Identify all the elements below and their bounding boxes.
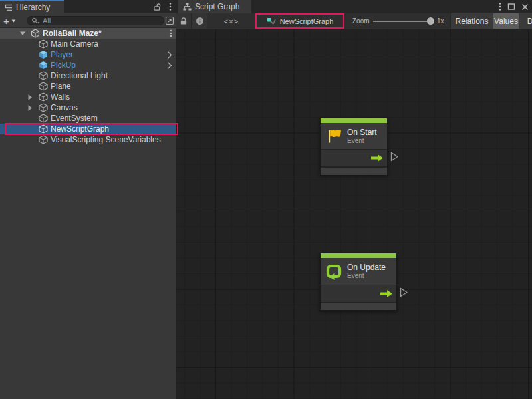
- script-graph-tab-bar: Script Graph: [176, 0, 532, 13]
- gameobject-cube-icon: [39, 71, 48, 80]
- output-port-triangle[interactable]: [390, 152, 399, 162]
- node-title: On Start: [347, 128, 377, 137]
- chevron-right-icon[interactable]: [168, 51, 172, 59]
- tree-item-visualscripting-scenevariables[interactable]: VisualScripting SceneVariables: [0, 134, 176, 145]
- hierarchy-icon: [4, 4, 13, 11]
- tab-script-graph-label: Script Graph: [195, 2, 239, 11]
- zoom-level: 1x: [437, 13, 444, 29]
- graph-name-label: NewScriptGraph: [280, 17, 334, 25]
- tree-item-canvas[interactable]: Canvas: [0, 102, 176, 113]
- code-brackets-icon[interactable]: <×>: [217, 13, 245, 29]
- graph-info-button[interactable]: [192, 13, 207, 29]
- values-toggle[interactable]: Values: [493, 13, 519, 29]
- zoom-slider-handle[interactable]: [427, 17, 434, 25]
- graph-canvas[interactable]: On Start Event: [176, 29, 532, 399]
- node-color-bar: [321, 253, 396, 258]
- node-on-update[interactable]: On Update Event: [320, 253, 397, 311]
- tree-item-eventsystem[interactable]: EventSystem: [0, 113, 176, 124]
- gameobject-cube-icon: [39, 135, 48, 144]
- node-on-start[interactable]: On Start Event: [320, 118, 388, 175]
- relations-toggle[interactable]: Relations: [450, 13, 493, 29]
- hierarchy-tree: Main Camera Player PickUp: [0, 39, 176, 145]
- unlock-icon[interactable]: [153, 3, 162, 11]
- kebab-menu-icon[interactable]: [170, 29, 172, 37]
- node-port-row: [321, 149, 387, 166]
- plus-icon: +: [3, 15, 9, 27]
- tree-item-main-camera[interactable]: Main Camera: [0, 39, 176, 49]
- search-input[interactable]: All: [27, 16, 164, 25]
- prefab-cube-icon: [39, 61, 48, 70]
- node-header: On Update Event: [321, 258, 396, 285]
- hierarchy-toolbar: + All: [0, 13, 176, 28]
- node-port-row: [321, 285, 396, 302]
- foldout-collapsed-icon[interactable]: [27, 104, 36, 112]
- flow-output-arrow-icon[interactable]: [371, 154, 383, 162]
- close-icon[interactable]: [521, 3, 529, 11]
- graph-lock-button[interactable]: [176, 13, 192, 29]
- maximize-icon[interactable]: [507, 3, 515, 11]
- gameobject-cube-icon: [39, 82, 48, 91]
- output-port-triangle[interactable]: [400, 287, 408, 297]
- kebab-menu-icon[interactable]: [499, 2, 501, 11]
- hierarchy-panel: Hierarchy +: [0, 0, 176, 399]
- loop-icon: [325, 263, 342, 280]
- zoom-label: Zoom: [352, 13, 370, 29]
- node-title: On Update: [347, 263, 386, 272]
- create-button[interactable]: +: [3, 14, 16, 27]
- chevron-right-icon[interactable]: [168, 62, 172, 69]
- node-subtitle: Event: [347, 272, 386, 280]
- tree-item-pickup[interactable]: PickUp: [0, 60, 176, 70]
- unity-logo-icon: [31, 29, 40, 38]
- tree-item-plane[interactable]: Plane: [0, 81, 176, 92]
- node-color-bar: [321, 118, 387, 123]
- script-graph-panel: Script Graph: [176, 0, 532, 399]
- search-placeholder: All: [43, 17, 51, 25]
- hierarchy-tab-bar: Hierarchy: [0, 0, 176, 13]
- node-header: On Start Event: [321, 123, 387, 149]
- lock-icon: [180, 17, 188, 25]
- scene-picker-button[interactable]: [165, 16, 174, 25]
- node-subtitle: Event: [347, 137, 377, 145]
- tree-item-directional-light[interactable]: Directional Light: [0, 70, 176, 81]
- tab-hierarchy[interactable]: Hierarchy: [0, 0, 64, 13]
- tree-item-player[interactable]: Player: [0, 49, 176, 60]
- node-footer: [321, 302, 396, 310]
- tree-item-walls[interactable]: Walls: [0, 92, 176, 102]
- tab-hierarchy-label: Hierarchy: [16, 3, 50, 12]
- flag-icon: [325, 128, 342, 145]
- kebab-menu-icon[interactable]: [169, 2, 172, 11]
- tree-item-newscriptgraph[interactable]: NewScriptGraph: [0, 124, 176, 134]
- graph-tab-icon: [183, 3, 192, 11]
- flow-output-arrow-icon[interactable]: [380, 290, 392, 297]
- foldout-collapsed-icon[interactable]: [27, 93, 36, 101]
- scene-name: RollaBall Maze*: [43, 29, 102, 38]
- script-graph-toolbar: <×> NewScriptGraph Zoom 1x Relations Val…: [176, 13, 532, 29]
- dropdown-arrow-icon: [11, 19, 16, 23]
- graph-name-button[interactable]: NewScriptGraph: [255, 13, 344, 29]
- unity-editor-window: Hierarchy +: [0, 0, 532, 399]
- zoom-slider-track[interactable]: [373, 21, 433, 22]
- gameobject-cube-icon: [39, 103, 48, 112]
- tab-script-graph[interactable]: Script Graph: [178, 0, 251, 13]
- prefab-cube-icon: [39, 50, 48, 59]
- node-footer: [321, 166, 387, 175]
- foldout-expanded-icon[interactable]: [19, 29, 28, 37]
- gameobject-cube-icon: [39, 39, 48, 49]
- script-graph-asset-icon: [267, 17, 276, 26]
- scene-header[interactable]: RollaBall Maze*: [0, 28, 176, 39]
- info-icon: [196, 17, 204, 25]
- search-icon: [31, 17, 40, 25]
- gameobject-cube-icon: [39, 92, 48, 102]
- gameobject-cube-icon: [39, 114, 48, 123]
- dim-toggle[interactable]: Dim: [519, 13, 532, 29]
- gameobject-cube-icon: [39, 124, 48, 134]
